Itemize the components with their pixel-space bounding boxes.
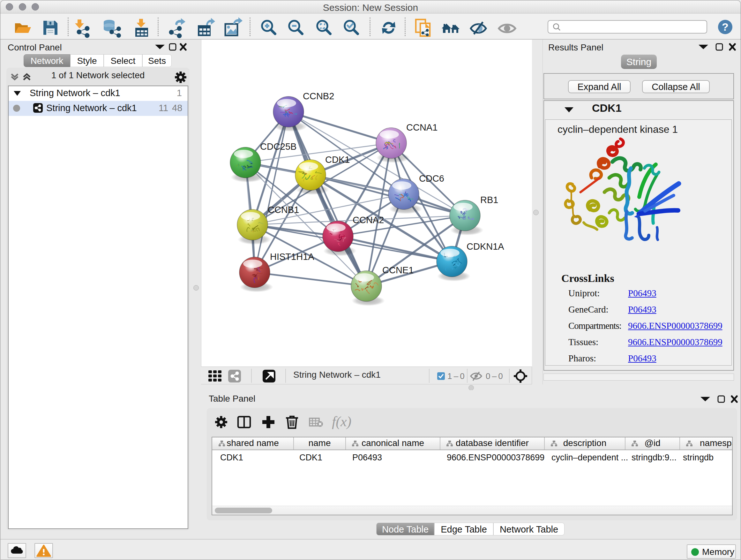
svg-text:RB1: RB1	[480, 195, 498, 205]
svg-text:1 – 0: 1 – 0	[448, 371, 464, 381]
svg-text:f(x): f(x)	[332, 414, 351, 429]
svg-text:CCNA1: CCNA1	[406, 122, 437, 132]
svg-text:CDKN1A: CDKN1A	[467, 241, 504, 252]
svg-text:0 – 0: 0 – 0	[486, 371, 502, 381]
svg-text:CCNB2: CCNB2	[303, 91, 334, 101]
svg-text:CDC25B: CDC25B	[260, 141, 296, 152]
svg-text:CCNE1: CCNE1	[382, 265, 414, 275]
svg-text:CDC6: CDC6	[419, 173, 444, 184]
svg-text:CCNA2: CCNA2	[353, 215, 384, 225]
svg-text:HIST1H1A: HIST1H1A	[270, 252, 314, 262]
svg-text:CDK1: CDK1	[325, 154, 350, 165]
svg-text:CCNB1: CCNB1	[268, 205, 299, 215]
